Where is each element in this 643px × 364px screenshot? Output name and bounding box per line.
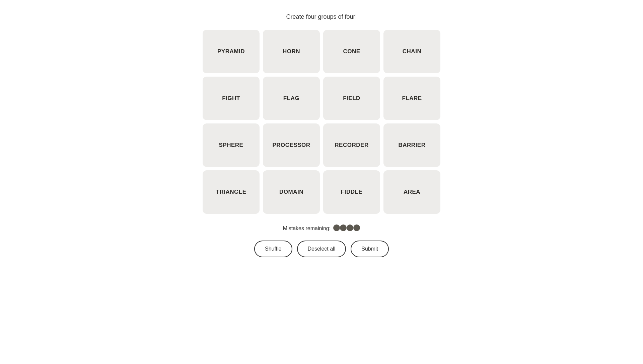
tile-triangle[interactable]: TRIANGLE — [203, 170, 260, 214]
tile-label-chain: CHAIN — [403, 48, 421, 55]
tile-label-triangle: TRIANGLE — [216, 189, 246, 195]
tile-label-sphere: SPHERE — [219, 142, 243, 149]
word-grid: PYRAMIDHORNCONECHAINFIGHTFLAGFIELDFLARES… — [203, 30, 440, 214]
tile-label-flag: FLAG — [283, 95, 299, 102]
tile-fiddle[interactable]: FIDDLE — [323, 170, 380, 214]
mistake-dot-1 — [333, 224, 340, 231]
mistakes-row: Mistakes remaining: — [283, 224, 360, 233]
mistakes-label: Mistakes remaining: — [283, 225, 331, 232]
action-buttons: Shuffle Deselect all Submit — [254, 241, 389, 257]
tile-label-fiddle: FIDDLE — [341, 189, 362, 195]
tile-fight[interactable]: FIGHT — [203, 77, 260, 120]
mistake-dot-4 — [353, 224, 360, 231]
tile-label-recorder: RECORDER — [335, 142, 368, 149]
tile-label-processor: PROCESSOR — [272, 142, 310, 149]
tile-label-barrier: BARRIER — [398, 142, 425, 149]
tile-label-area: AREA — [404, 189, 420, 195]
tile-label-pyramid: PYRAMID — [217, 48, 245, 55]
submit-button[interactable]: Submit — [351, 241, 389, 257]
tile-domain[interactable]: DOMAIN — [263, 170, 320, 214]
tile-field[interactable]: FIELD — [323, 77, 380, 120]
mistake-dot-2 — [340, 224, 347, 231]
tile-flag[interactable]: FLAG — [263, 77, 320, 120]
tile-label-flare: FLARE — [402, 95, 422, 102]
tile-pyramid[interactable]: PYRAMID — [203, 30, 260, 73]
page-subtitle: Create four groups of four! — [286, 13, 357, 20]
tile-cone[interactable]: CONE — [323, 30, 380, 73]
tile-recorder[interactable]: RECORDER — [323, 123, 380, 167]
tile-label-horn: HORN — [283, 48, 300, 55]
tile-area[interactable]: AREA — [383, 170, 440, 214]
tile-label-domain: DOMAIN — [279, 189, 303, 195]
tile-flare[interactable]: FLARE — [383, 77, 440, 120]
shuffle-button[interactable]: Shuffle — [254, 241, 292, 257]
tile-label-field: FIELD — [343, 95, 360, 102]
deselect-all-button[interactable]: Deselect all — [297, 241, 346, 257]
tile-sphere[interactable]: SPHERE — [203, 123, 260, 167]
mistake-dot-3 — [347, 224, 353, 231]
mistakes-dots — [333, 224, 360, 233]
tile-label-cone: CONE — [343, 48, 360, 55]
tile-processor[interactable]: PROCESSOR — [263, 123, 320, 167]
tile-chain[interactable]: CHAIN — [383, 30, 440, 73]
tile-horn[interactable]: HORN — [263, 30, 320, 73]
tile-barrier[interactable]: BARRIER — [383, 123, 440, 167]
tile-label-fight: FIGHT — [222, 95, 240, 102]
